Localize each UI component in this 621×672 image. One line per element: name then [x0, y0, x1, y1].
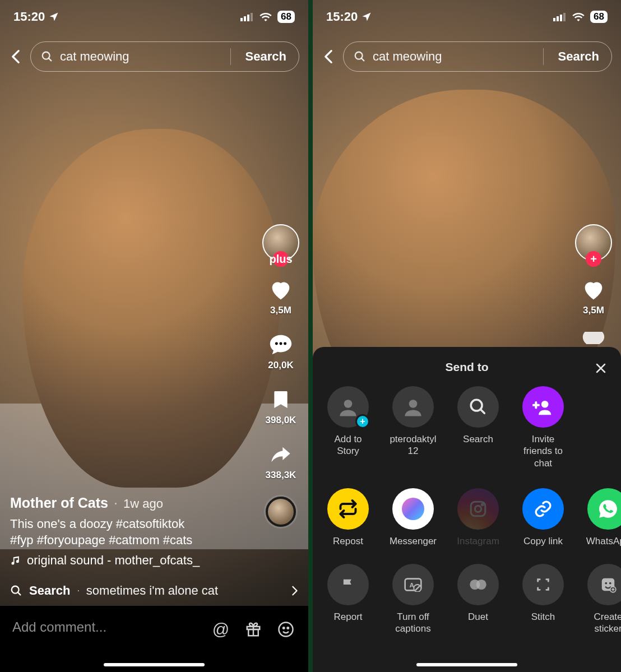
stitch-icon	[535, 577, 551, 592]
share-search-button[interactable]: Search	[454, 386, 502, 469]
like-count: 3,5M	[270, 305, 291, 316]
creator-avatar[interactable]: +	[575, 224, 612, 261]
search-button[interactable]: Search	[238, 49, 294, 64]
link-icon	[534, 499, 553, 518]
comment-count: 20,0K	[268, 360, 293, 371]
stitch-button[interactable]: Stitch	[519, 564, 567, 635]
search-field[interactable]: cat meowing Search	[343, 41, 612, 72]
header: cat meowing Search	[313, 41, 621, 72]
back-button[interactable]	[9, 50, 22, 63]
report-button[interactable]: Report	[324, 564, 372, 635]
comment-bar: Add comment... @	[0, 606, 308, 672]
messenger-icon	[402, 498, 424, 520]
like-button[interactable]: 3,5M	[268, 277, 294, 316]
svg-point-40	[476, 580, 486, 590]
repost-button[interactable]: Repost	[324, 488, 372, 547]
caption-block: Mother of Cats · 1w ago This one's a doo…	[10, 495, 258, 568]
comment-button[interactable]: 20,0K	[268, 332, 294, 371]
wifi-icon	[259, 12, 272, 21]
search-field[interactable]: cat meowing Search	[30, 41, 299, 72]
screen-left: 15:20 68 cat meowing Search plus 3,5M	[0, 0, 308, 672]
gift-button[interactable]	[243, 619, 263, 639]
back-button[interactable]	[322, 50, 335, 63]
search-label: Search	[29, 583, 70, 598]
search-icon	[354, 50, 366, 63]
follow-button[interactable]: +	[586, 251, 601, 267]
sound-name: original sound - mother_ofcats_	[27, 553, 200, 568]
add-to-story-button[interactable]: + Add to Story	[324, 386, 372, 469]
svg-rect-17	[553, 18, 555, 21]
caption-line1[interactable]: This one's a doozy #catsoftiktok	[10, 516, 258, 532]
mention-button[interactable]: @	[211, 619, 231, 639]
search-button[interactable]: Search	[550, 49, 607, 64]
battery-level: 68	[590, 11, 608, 23]
wifi-icon	[572, 12, 585, 21]
share-row-actions[interactable]: Report A Turn off captions Duet Stitch C…	[313, 564, 621, 635]
gift-icon	[245, 621, 262, 638]
search-icon	[41, 50, 53, 63]
sound-row[interactable]: original sound - mother_ofcats_	[10, 553, 258, 568]
comment-input[interactable]: Add comment...	[12, 619, 198, 635]
share-icon	[268, 443, 294, 466]
svg-line-22	[362, 58, 364, 61]
close-button[interactable]	[592, 359, 610, 377]
contact-pterodaktyl[interactable]: pterodaktyl 12	[389, 386, 437, 469]
creator-avatar[interactable]: plus	[262, 224, 299, 261]
svg-point-29	[541, 401, 549, 408]
user-icon	[336, 395, 360, 419]
emoji-button[interactable]	[276, 619, 296, 639]
search-icon	[10, 585, 22, 597]
svg-rect-2	[247, 15, 249, 21]
caption-line2[interactable]: #fyp #foryoupage #catmom #cats	[10, 532, 258, 549]
home-indicator[interactable]	[104, 663, 205, 666]
create-sticker-button[interactable]: Create sticker	[584, 564, 621, 635]
invite-icon	[532, 396, 554, 418]
messenger-button[interactable]: Messenger	[389, 488, 437, 547]
duet-button[interactable]: Duet	[454, 564, 502, 635]
instagram-button[interactable]: Instagram	[454, 488, 502, 547]
search-icon	[469, 397, 488, 416]
plus-badge-icon: +	[355, 414, 370, 429]
svg-rect-20	[563, 13, 566, 21]
svg-line-10	[18, 592, 21, 595]
close-icon	[594, 362, 608, 375]
creator-username[interactable]: Mother of Cats	[10, 495, 108, 511]
like-count: 3,5M	[583, 305, 604, 316]
whatsapp-button[interactable]: WhatsApp	[584, 488, 621, 547]
svg-point-16	[288, 627, 289, 629]
cellular-signal-icon	[240, 12, 254, 21]
bookmark-button[interactable]: 398,0K	[266, 387, 296, 426]
follow-button[interactable]: plus	[273, 251, 289, 267]
share-sheet: Send to + Add to Story pterodaktyl 12 Se…	[313, 347, 621, 672]
like-button[interactable]: 3,5M	[581, 277, 606, 316]
bookmark-icon	[270, 387, 292, 412]
status-bar: 15:20 68	[313, 0, 621, 34]
share-row-contacts[interactable]: + Add to Story pterodaktyl 12 Search Inv…	[313, 386, 621, 469]
svg-rect-18	[557, 16, 559, 21]
share-row-apps[interactable]: Repost Messenger Instagram Copy link Wha…	[313, 488, 621, 547]
heart-icon	[268, 277, 294, 303]
share-sheet-title: Send to	[446, 360, 489, 373]
svg-point-25	[344, 400, 353, 408]
svg-point-26	[409, 400, 418, 408]
search-suggestion-strip[interactable]: Search · sometimes i'm alone cat	[0, 576, 308, 606]
emoji-icon	[277, 621, 294, 638]
turn-off-captions-button[interactable]: A Turn off captions	[389, 564, 437, 635]
sound-record[interactable]	[266, 497, 296, 527]
svg-point-15	[283, 627, 285, 629]
whatsapp-icon	[597, 498, 619, 520]
instagram-icon	[469, 499, 488, 518]
svg-rect-1	[244, 16, 246, 21]
captions-off-icon: A	[404, 577, 422, 592]
bookmark-count: 398,0K	[266, 415, 296, 426]
comment-button[interactable]	[581, 332, 606, 344]
invite-friends-button[interactable]: Invite friends to chat	[519, 386, 567, 469]
share-button[interactable]: 338,3K	[266, 442, 296, 481]
svg-point-14	[279, 623, 293, 637]
copy-link-button[interactable]: Copy link	[519, 488, 567, 547]
comment-icon	[268, 332, 294, 358]
status-bar: 15:20 68	[0, 0, 308, 34]
home-indicator[interactable]	[416, 663, 517, 666]
svg-point-43	[609, 582, 611, 585]
share-count: 338,3K	[266, 470, 296, 481]
